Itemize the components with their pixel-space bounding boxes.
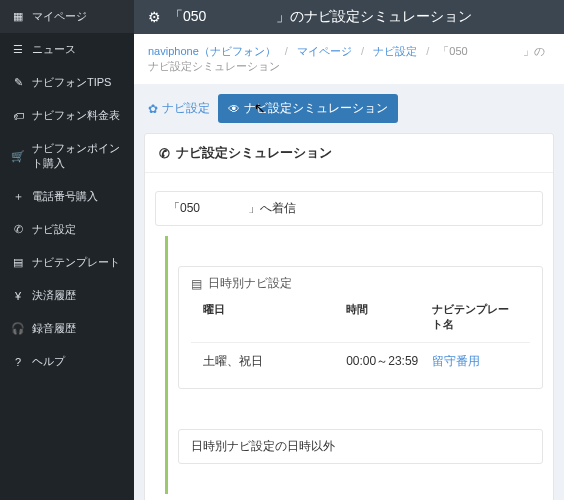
panel-head: ✆ ナビ設定シミュレーション bbox=[145, 134, 553, 173]
phone-icon: ✆ bbox=[12, 223, 24, 236]
link-label: ナビ設定 bbox=[162, 100, 210, 117]
cell-time: 00:00～23:59 bbox=[346, 353, 432, 370]
file-icon: ▤ bbox=[12, 256, 24, 269]
navisetting-link[interactable]: ✿ ナビ設定 bbox=[148, 100, 210, 117]
calendar-icon: ▤ bbox=[191, 277, 202, 291]
breadcrumb-link[interactable]: naviphone（ナビフォン） bbox=[148, 45, 276, 57]
simulation-button[interactable]: 👁 ナビ設定シミュレーション bbox=[218, 94, 398, 123]
page-title: 「050 」のナビ設定シミュレーション bbox=[169, 8, 472, 26]
cell-day: 土曜、祝日 bbox=[203, 353, 346, 370]
list-icon: ☰ bbox=[12, 43, 24, 56]
eye-icon: 👁 bbox=[228, 102, 240, 116]
main: ⚙ 「050 」のナビ設定シミュレーション naviphone（ナビフォン） /… bbox=[134, 0, 564, 500]
template-link[interactable]: 留守番用 bbox=[432, 354, 480, 368]
sidebar-item-help[interactable]: ?ヘルプ bbox=[0, 345, 134, 378]
daytime-node: ▤ 日時別ナビ設定 曜日 時間 ナビテンプレート名 土曜、祝日 00:00～23… bbox=[178, 266, 543, 389]
plus-icon: ＋ bbox=[12, 189, 24, 204]
page-header: ⚙ 「050 」のナビ設定シミュレーション bbox=[134, 0, 564, 34]
sidebar-item-label: 決済履歴 bbox=[32, 288, 76, 303]
gear-icon: ✿ bbox=[148, 102, 158, 116]
breadcrumb-link[interactable]: ナビ設定 bbox=[373, 45, 417, 57]
sidebar-item-label: ヘルプ bbox=[32, 354, 65, 369]
breadcrumb-sep: / bbox=[426, 45, 429, 57]
breadcrumb: naviphone（ナビフォン） / マイページ / ナビ設定 / 「050 」… bbox=[134, 34, 564, 84]
incoming-label: 「050 」へ着信 bbox=[168, 201, 296, 215]
gear-icon: ⚙ bbox=[148, 9, 161, 25]
sidebar-item-pricing[interactable]: 🏷ナビフォン料金表 bbox=[0, 99, 134, 132]
sidebar-item-recordings[interactable]: 🎧録音履歴 bbox=[0, 312, 134, 345]
panel-title: ナビ設定シミュレーション bbox=[176, 144, 332, 162]
breadcrumb-sep: / bbox=[361, 45, 364, 57]
sidebar-item-template[interactable]: ▤ナビテンプレート bbox=[0, 246, 134, 279]
sidebar-item-buynumber[interactable]: ＋電話番号購入 bbox=[0, 180, 134, 213]
sidebar-item-news[interactable]: ☰ニュース bbox=[0, 33, 134, 66]
pencil-icon: ✎ bbox=[12, 76, 24, 89]
timeline: ▤ 日時別ナビ設定 曜日 時間 ナビテンプレート名 土曜、祝日 00:00～23… bbox=[165, 236, 543, 494]
sidebar-item-mypage[interactable]: ▦マイページ bbox=[0, 0, 134, 33]
th-time: 時間 bbox=[346, 302, 432, 332]
sidebar-item-label: 電話番号購入 bbox=[32, 189, 98, 204]
sidebar-item-label: ナビテンプレート bbox=[32, 255, 120, 270]
cart-icon: 🛒 bbox=[12, 150, 24, 163]
headphones-icon: 🎧 bbox=[12, 322, 24, 335]
sidebar-item-points[interactable]: 🛒ナビフォンポイント購入 bbox=[0, 132, 134, 180]
tag-icon: 🏷 bbox=[12, 110, 24, 122]
yen-icon: ¥ bbox=[12, 290, 24, 302]
sidebar-item-label: マイページ bbox=[32, 9, 87, 24]
panel-body: 「050 」へ着信 ▤ 日時別ナビ設定 曜日 時間 ナビテンプレート名 bbox=[145, 173, 553, 500]
sidebar-item-label: ナビ設定 bbox=[32, 222, 76, 237]
other-label: 日時別ナビ設定の日時以外 bbox=[191, 439, 335, 453]
sidebar-item-payments[interactable]: ¥決済履歴 bbox=[0, 279, 134, 312]
breadcrumb-sep: / bbox=[285, 45, 288, 57]
sidebar-item-tips[interactable]: ✎ナビフォンTIPS bbox=[0, 66, 134, 99]
other-node: 日時別ナビ設定の日時以外 bbox=[178, 429, 543, 464]
dashboard-icon: ▦ bbox=[12, 10, 24, 23]
incoming-node: 「050 」へ着信 bbox=[155, 191, 543, 226]
sidebar: ▦マイページ ☰ニュース ✎ナビフォンTIPS 🏷ナビフォン料金表 🛒ナビフォン… bbox=[0, 0, 134, 500]
sidebar-item-navisetting[interactable]: ✆ナビ設定 bbox=[0, 213, 134, 246]
sidebar-item-label: 録音履歴 bbox=[32, 321, 76, 336]
help-icon: ? bbox=[12, 356, 24, 368]
sidebar-item-label: ナビフォンTIPS bbox=[32, 75, 111, 90]
th-day: 曜日 bbox=[203, 302, 346, 332]
th-template: ナビテンプレート名 bbox=[432, 302, 518, 332]
button-label: ナビ設定シミュレーション bbox=[244, 100, 388, 117]
daytime-title: 日時別ナビ設定 bbox=[208, 275, 292, 292]
table-row: 土曜、祝日 00:00～23:59 留守番用 bbox=[191, 343, 530, 380]
sidebar-item-label: ナビフォンポイント購入 bbox=[32, 141, 122, 171]
simulation-panel: ✆ ナビ設定シミュレーション 「050 」へ着信 ▤ 日時別ナビ設定 曜日 時間 bbox=[144, 133, 554, 500]
toolbar: ✿ ナビ設定 👁 ナビ設定シミュレーション bbox=[134, 84, 564, 133]
breadcrumb-link[interactable]: マイページ bbox=[297, 45, 352, 57]
sidebar-item-label: ナビフォン料金表 bbox=[32, 108, 120, 123]
sidebar-item-label: ニュース bbox=[32, 42, 76, 57]
phone-icon: ✆ bbox=[159, 146, 170, 161]
